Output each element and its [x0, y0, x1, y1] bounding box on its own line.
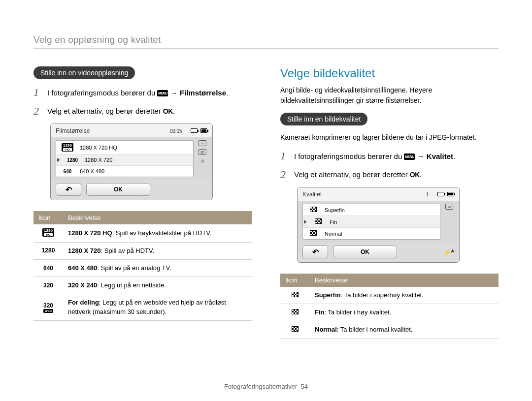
- cell-desc: Superfin: Ta bilder i superhøy kvalitet.: [310, 287, 499, 304]
- cell-desc: For deling: Legg ut på en webside ved hj…: [63, 294, 252, 320]
- cell-desc: 1280 X 720 HQ: Spill av høykvalitetsfile…: [63, 224, 252, 242]
- screenshot-title: Filmstørrelse: [56, 127, 90, 134]
- quality-icon: [310, 207, 317, 212]
- section-title: Velge bildekvalitet: [280, 66, 499, 80]
- step-number: 1: [33, 86, 42, 99]
- pill-video-resolution: Stille inn en videooppløsning: [33, 66, 135, 79]
- left-column: Stille inn en videooppløsning 1 I fotogr…: [33, 66, 252, 339]
- mic-off-icon: ⦸: [201, 158, 204, 164]
- status-icons: 00:05: [168, 127, 207, 134]
- ok-button[interactable]: OK: [333, 246, 397, 258]
- menu-icon: MENU: [404, 154, 415, 160]
- screenshot-filmsize: Filmstørrelse 00:05 1280HQ1280 X 720 HQ …: [50, 123, 213, 200]
- note-text: Kameraet komprimerer og lagrer bildene d…: [280, 132, 499, 143]
- text: .: [226, 89, 228, 97]
- th-desc: Beskrivelse: [310, 274, 499, 287]
- ok-icon: OK: [163, 107, 173, 117]
- option-label: Normal: [325, 231, 342, 237]
- ok-icon: OK: [410, 170, 420, 180]
- selection-indicator: [304, 220, 307, 224]
- step-number: 2: [280, 168, 289, 181]
- battery-icon: [447, 192, 454, 196]
- side-icon: ▭: [199, 140, 206, 146]
- cell-icon: [280, 321, 310, 339]
- back-button[interactable]: ↶: [302, 246, 328, 258]
- battery-icon: [191, 128, 198, 133]
- battery-icon: [437, 192, 444, 196]
- rec-time: 00:05: [170, 128, 182, 134]
- cell-desc: 1280 X 720: Spill av på HDTV.: [63, 242, 252, 259]
- step-number: 1: [280, 150, 289, 162]
- status-icons: 1: [424, 191, 454, 198]
- pill-image-quality: Stille inn en bildekvalitet: [280, 113, 367, 125]
- arrow: →: [415, 152, 426, 160]
- cell-desc: 320 X 240: Legg ut på en nettside.: [63, 277, 252, 294]
- image-quality-table: IkonBeskrivelse Superfin: Ta bilder i su…: [280, 274, 499, 339]
- side-icon: 30: [199, 149, 206, 155]
- flash-icon: ⚡ᴬ: [443, 248, 454, 256]
- step-number: 2: [33, 105, 42, 118]
- text: I fotograferingsmodus berører du: [294, 152, 404, 160]
- screenshot-quality: Kvalitet 1 Superfin Fin Normal ▭ ↶ OK: [297, 187, 460, 263]
- footer-section: Fotograferingsalternativer: [224, 383, 297, 390]
- cell-desc: 640 X 480: Spill av på en analog TV.: [63, 259, 252, 277]
- cell-icon: [280, 287, 310, 304]
- option-icon: 640: [60, 169, 75, 174]
- step-text: Velg et alternativ, og berør deretter OK…: [47, 106, 175, 117]
- ok-button[interactable]: OK: [86, 183, 150, 196]
- battery-icon: [200, 128, 207, 133]
- cell-icon: [280, 304, 310, 321]
- option-icon: 1280: [65, 157, 80, 163]
- bold-target: Kvalitet: [427, 152, 453, 160]
- page-footer: Fotograferingsalternativer 54: [0, 383, 532, 390]
- lead-text: Angi bilde- og videokvalitetsinnstilling…: [280, 85, 499, 106]
- bold-target: Filmstørrelse: [180, 89, 226, 97]
- quality-icon: [310, 230, 317, 236]
- screenshot-title: Kvalitet: [302, 191, 322, 198]
- step-text: I fotograferingsmodus berører du MENU → …: [294, 151, 455, 161]
- menu-icon: MENU: [157, 90, 168, 96]
- cell-icon: 1280HQ: [33, 224, 63, 242]
- page-number: 54: [300, 383, 307, 390]
- th-icon: Ikon: [33, 211, 63, 224]
- option-label: 1280 X 720 HQ: [80, 145, 117, 151]
- cell-icon: 640: [33, 259, 63, 277]
- th-icon: Ikon: [280, 274, 310, 287]
- cell-desc: Fin: Ta bilder i høy kvalitet.: [310, 304, 499, 321]
- video-resolution-table: IkonBeskrivelse 1280HQ1280 X 720 HQ: Spi…: [33, 211, 252, 321]
- text: I fotograferingsmodus berører du: [47, 89, 157, 97]
- count: 1: [426, 191, 429, 197]
- text: .: [453, 152, 455, 160]
- breadcrumb: Velg en oppløsning og kvalitet: [33, 34, 499, 49]
- option-label: Fin: [330, 219, 337, 225]
- step-text: Velg et alternativ, og berør deretter OK…: [294, 169, 422, 180]
- quality-icon: [315, 218, 322, 224]
- back-button[interactable]: ↶: [56, 183, 81, 196]
- selection-indicator: [57, 158, 60, 162]
- text: Velg et alternativ, og berør deretter: [47, 107, 163, 115]
- step-text: I fotograferingsmodus berører du MENU → …: [47, 88, 228, 98]
- th-desc: Beskrivelse: [63, 211, 252, 224]
- arrow: →: [168, 89, 179, 97]
- text: Velg et alternativ, og berør deretter: [294, 170, 410, 179]
- text: .: [173, 107, 175, 115]
- cell-icon: 1280: [33, 242, 63, 259]
- option-label: 640 X 480: [80, 168, 104, 174]
- cell-icon: 320WEB: [33, 294, 63, 320]
- right-column: Velge bildekvalitet Angi bilde- og video…: [280, 66, 499, 339]
- text: .: [420, 170, 422, 179]
- cell-desc: Normal: Ta bilder i normal kvalitet.: [310, 321, 499, 339]
- cell-icon: 320: [33, 277, 63, 294]
- option-label: Superfin: [325, 207, 345, 213]
- option-label: 1280 X 720: [85, 157, 112, 163]
- side-icon: ▭: [445, 204, 453, 210]
